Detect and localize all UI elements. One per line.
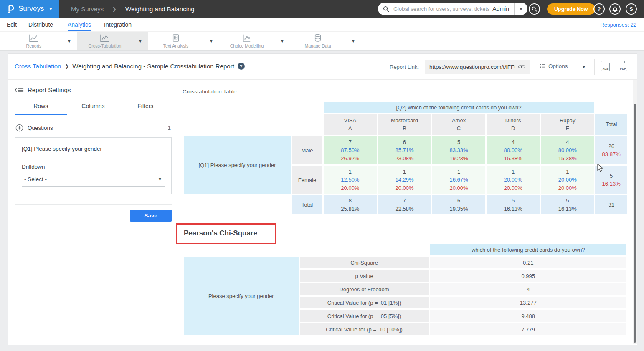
export-xls-button[interactable]: XLS bbox=[601, 61, 611, 73]
upgrade-button[interactable]: Upgrade Now bbox=[547, 3, 595, 15]
toolbar-item-cross-tabulation[interactable]: Cross-Tabulation ▼ bbox=[77, 32, 148, 50]
nav-item-distribute[interactable]: Distribute bbox=[28, 18, 53, 32]
chi-stat-label: p Value bbox=[300, 270, 429, 282]
crosstab-cell: 112.50%20.00% bbox=[324, 166, 377, 194]
search-scope-value[interactable]: Admin bbox=[491, 5, 514, 12]
chevron-down-icon: ▼ bbox=[158, 177, 162, 182]
analytics-toolbar: Reports ▼ Cross-Tabulation ▼ Text Analys… bbox=[0, 32, 644, 51]
document-grid-icon bbox=[172, 34, 180, 42]
survey-nav: Edit Distribute Analytics Integration Re… bbox=[0, 18, 644, 32]
responses-count[interactable]: Responses: 22 bbox=[600, 18, 636, 32]
help-button[interactable]: ? bbox=[593, 3, 605, 15]
chi-stat-value: 13.277 bbox=[430, 297, 626, 308]
chi-stat-label: Critical Value for (p = .01 [1%]) bbox=[300, 297, 429, 308]
chi-stat-label: Chi-Square bbox=[300, 257, 429, 268]
column-header: AmexC bbox=[432, 114, 485, 135]
questions-count-badge: 1 bbox=[168, 125, 171, 131]
chi-stat-value: 4 bbox=[430, 283, 626, 295]
cross-tabulation-dropdown[interactable]: ▼ bbox=[133, 32, 148, 50]
global-search[interactable]: Admin ▼ bbox=[378, 3, 527, 15]
pdf-icon: PDF bbox=[619, 67, 627, 70]
reports-dropdown[interactable]: ▼ bbox=[62, 32, 77, 50]
chevron-right-icon: ❯ bbox=[64, 63, 69, 69]
breadcrumb-cross-tabulation-link[interactable]: Cross Tabulation bbox=[15, 63, 61, 70]
crosstab-total-cell: 516.13% bbox=[487, 195, 540, 214]
report-header: Cross Tabulation ❯ Weighting and Balanci… bbox=[8, 54, 637, 80]
chi-column-header: which of the following credit cards do y… bbox=[430, 244, 626, 255]
toolbar-item-choice-modelling[interactable]: Choice Modelling ▼ bbox=[219, 32, 290, 50]
questionpro-logo-icon bbox=[6, 4, 15, 13]
report-panel: Cross Tabulation ❯ Weighting and Balanci… bbox=[8, 53, 637, 345]
crosstab-grand-total: 31 bbox=[595, 195, 627, 214]
search-scope-dropdown[interactable]: ▼ bbox=[514, 3, 527, 15]
search-button[interactable] bbox=[529, 3, 540, 15]
product-switcher[interactable]: Surveys ▼ bbox=[0, 0, 59, 18]
nav-item-integration[interactable]: Integration bbox=[104, 18, 132, 32]
report-settings-panel: Report Settings Rows Columns Filters Que… bbox=[15, 86, 172, 222]
total-row-header: Total bbox=[292, 195, 322, 214]
crosstab-cell: 583.33%19.23% bbox=[432, 136, 485, 164]
line-chart-icon bbox=[29, 34, 39, 42]
question-label: [Q1] Please specify your gender bbox=[22, 146, 165, 152]
chi-stat-value: 7.779 bbox=[430, 323, 626, 335]
chi-stat-value: 0.995 bbox=[430, 270, 626, 282]
toolbar-item-manage-data[interactable]: Manage Data ▼ bbox=[290, 32, 361, 50]
nav-item-analytics[interactable]: Analytics bbox=[68, 18, 91, 32]
report-url[interactable]: https://www.questionpro.com/t/lFFCZg bbox=[429, 64, 515, 70]
scrollbar-thumb[interactable] bbox=[634, 104, 636, 343]
add-question-icon[interactable] bbox=[15, 124, 23, 132]
toolbar-item-reports[interactable]: Reports ▼ bbox=[6, 32, 77, 50]
export-pdf-button[interactable]: PDF bbox=[619, 61, 629, 73]
crosstab-cell: 685.71%23.08% bbox=[378, 136, 431, 164]
chi-row-header: Please specify your gender bbox=[184, 257, 299, 335]
collapse-panel-icon[interactable] bbox=[15, 87, 24, 93]
vertical-scrollbar[interactable] bbox=[633, 80, 637, 344]
crosstab-cell: 787.50%26.92% bbox=[324, 136, 377, 164]
topbar-breadcrumb-current: Weighting and Balancing bbox=[125, 0, 195, 18]
tab-filters[interactable]: Filters bbox=[119, 103, 172, 115]
divider bbox=[15, 204, 172, 205]
pearson-title: Pearson's Chi-Square bbox=[184, 229, 257, 237]
tab-columns[interactable]: Columns bbox=[67, 103, 119, 115]
chi-stat-value: 0.21 bbox=[430, 257, 626, 268]
list-options-icon bbox=[540, 64, 545, 68]
notifications-button[interactable] bbox=[609, 3, 621, 15]
drilldown-label: Drilldown bbox=[22, 164, 165, 170]
drilldown-select[interactable]: - Select - ▼ bbox=[22, 176, 165, 187]
options-dropdown[interactable]: ▼ bbox=[582, 65, 586, 69]
options-button[interactable]: Options bbox=[540, 63, 568, 69]
choice-modelling-dropdown[interactable]: ▼ bbox=[275, 32, 290, 50]
crosstab-total-cell: 619.35% bbox=[432, 195, 485, 214]
chi-stat-label: Critical Value for (p = .05 [5%]) bbox=[300, 310, 429, 322]
chi-stat-label: Degrees of Freedom bbox=[300, 283, 429, 295]
manage-data-dropdown[interactable]: ▼ bbox=[346, 32, 361, 50]
crosstab-cell: 480.00%15.38% bbox=[487, 136, 540, 164]
nav-item-edit[interactable]: Edit bbox=[7, 18, 17, 32]
bell-icon bbox=[612, 6, 618, 12]
crosstab-total-cell: 825.81% bbox=[324, 195, 377, 214]
column-header: VISAA bbox=[324, 114, 377, 135]
tab-rows[interactable]: Rows bbox=[15, 103, 67, 115]
topbar-breadcrumb-parent[interactable]: My Surveys bbox=[71, 0, 104, 18]
crosstab-total-cell: 516.13% bbox=[541, 195, 594, 214]
question-card[interactable]: [Q1] Please specify your gender Drilldow… bbox=[15, 137, 172, 194]
save-button[interactable]: Save bbox=[130, 210, 172, 222]
search-input[interactable] bbox=[393, 5, 491, 13]
crosstab-cell: 116.67%20.00% bbox=[432, 166, 485, 194]
questions-label: Questions bbox=[28, 125, 53, 131]
text-analysis-dropdown[interactable]: ▼ bbox=[204, 32, 219, 50]
title-help-icon[interactable]: ? bbox=[238, 63, 245, 70]
link-icon[interactable] bbox=[518, 64, 525, 69]
row-header-male: Male bbox=[292, 136, 322, 164]
column-header: DinersD bbox=[487, 114, 540, 135]
settings-tabs: Rows Columns Filters bbox=[15, 103, 172, 115]
user-avatar[interactable]: S bbox=[626, 3, 637, 15]
column-header: RupayE bbox=[541, 114, 594, 135]
report-url-box[interactable]: https://www.questionpro.com/t/lFFCZg bbox=[425, 60, 530, 74]
crosstab-cell: 480.00%15.38% bbox=[541, 136, 594, 164]
chi-stat-value: 9.488 bbox=[430, 310, 626, 322]
toolbar-item-text-analysis[interactable]: Text Analysis ▼ bbox=[148, 32, 219, 50]
chi-stat-label: Critical Value for (p = .10 [10%]) bbox=[300, 323, 429, 335]
breadcrumb: Cross Tabulation ❯ Weighting and Balanci… bbox=[15, 63, 245, 70]
report-link-label: Report Link: bbox=[390, 64, 419, 70]
